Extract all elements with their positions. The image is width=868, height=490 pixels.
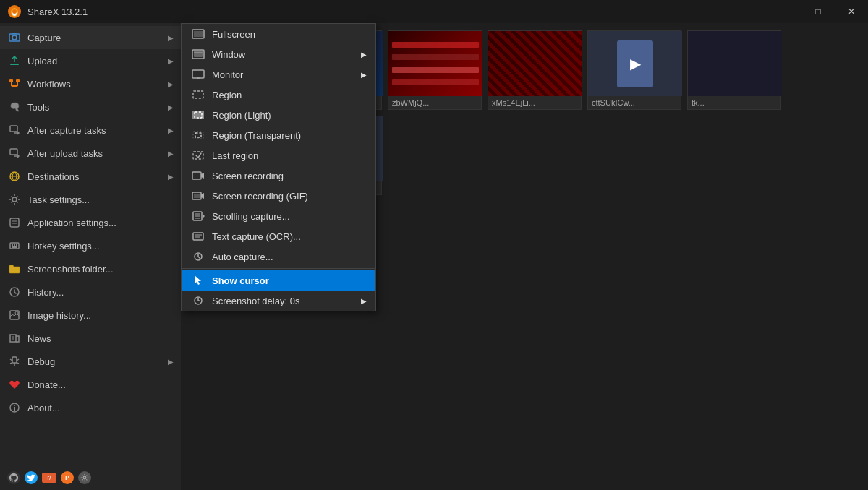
about-label: About... [27, 403, 60, 413]
capture-label: Capture [27, 33, 61, 43]
fullscreen-label: Fullscreen [212, 29, 255, 40]
sidebar-item-hotkey-settings[interactable]: Hotkey settings... [0, 234, 181, 257]
sidebar-item-workflows[interactable]: Workflows ▶ [0, 72, 181, 95]
label-5: cttSUkICw... [588, 96, 681, 109]
menu-item-region[interactable]: Region [182, 85, 375, 105]
svg-point-19 [12, 197, 17, 202]
sidebar-item-task-settings[interactable]: Task settings... [0, 188, 181, 211]
svg-rect-6 [12, 33, 17, 34]
thumb-4 [488, 31, 582, 96]
sidebar-item-destinations[interactable]: Destinations ▶ [0, 165, 181, 188]
menu-item-window[interactable]: Window ▶ [182, 44, 375, 64]
label-4: xMs14EjLi... [488, 96, 581, 109]
menu-item-screenshot-delay[interactable]: Screenshot delay: 0s ▶ [182, 291, 375, 311]
menu-item-screen-recording[interactable]: Screen recording [182, 166, 375, 186]
svg-rect-34 [12, 357, 17, 363]
screen-recording-gif-label: Screen recording (GIF) [212, 191, 308, 202]
twitter-icon[interactable] [25, 471, 38, 484]
sidebar-item-donate[interactable]: Donate... [0, 373, 181, 396]
region-label: Region [212, 90, 242, 100]
svg-rect-26 [16, 244, 17, 246]
thumb-6 [688, 31, 782, 96]
svg-point-3 [12, 9, 17, 14]
menu-item-last-region[interactable]: Last region [182, 145, 375, 166]
last-region-menu-icon [190, 150, 206, 161]
label-6: tk... [688, 96, 780, 109]
sidebar-item-about[interactable]: About... [0, 396, 181, 419]
svg-rect-44 [192, 70, 204, 78]
sidebar-item-after-upload[interactable]: After upload tasks ▶ [0, 142, 181, 165]
menu-item-monitor[interactable]: Monitor ▶ [182, 64, 375, 85]
main-layout: Capture ▶ Upload ▶ [0, 23, 868, 490]
image-history-icon [7, 308, 22, 322]
sidebar-item-tools[interactable]: Tools ▶ [0, 95, 181, 119]
menu-item-show-cursor[interactable]: Show cursor [182, 270, 375, 291]
svg-rect-53 [192, 172, 201, 179]
sidebar-item-image-history[interactable]: Image history... [0, 304, 181, 327]
maximize-button[interactable]: □ [801, 0, 835, 23]
destinations-label: Destinations [27, 171, 80, 182]
menu-item-region-light[interactable]: Region (Light) [182, 105, 375, 125]
sidebar-item-app-settings[interactable]: Application settings... [0, 211, 181, 234]
sidebar-bottom-icons: r/ P [0, 465, 181, 490]
text-capture-menu-icon [190, 231, 206, 242]
app-settings-icon [7, 215, 22, 230]
about-icon [7, 400, 22, 415]
menu-item-auto-capture[interactable]: Auto capture... [182, 246, 375, 267]
donate-icon [7, 377, 22, 392]
cursor-menu-icon [190, 275, 206, 286]
sidebar-item-upload[interactable]: Upload ▶ [0, 49, 181, 72]
svg-rect-55 [194, 194, 200, 198]
menu-item-fullscreen[interactable]: Fullscreen [182, 24, 375, 44]
svg-point-38 [83, 476, 86, 479]
svg-rect-15 [10, 126, 17, 132]
svg-rect-40 [194, 31, 203, 37]
thumb-3 [388, 31, 482, 96]
workflows-arrow: ▶ [168, 80, 174, 88]
svg-point-5 [12, 35, 17, 40]
minimize-button[interactable]: — [768, 0, 801, 23]
app-settings-label: Application settings... [27, 218, 116, 228]
grid-item-5[interactable]: ▶ cttSUkICw... [587, 30, 681, 110]
destinations-arrow: ▶ [168, 173, 174, 181]
sidebar-item-screenshots-folder[interactable]: Screenshots folder... [0, 257, 181, 280]
donate-label: Donate... [27, 379, 66, 390]
grid-item-3[interactable]: zbWMjQ... [388, 30, 482, 110]
debug-icon [7, 354, 22, 369]
scrolling-capture-menu-icon [190, 210, 206, 222]
close-button[interactable]: ✕ [835, 0, 868, 23]
grid-item-6[interactable]: tk... [687, 30, 781, 110]
menu-divider [182, 268, 375, 269]
menu-item-text-capture[interactable]: Text capture (OCR)... [182, 226, 375, 246]
image-history-label: Image history... [27, 310, 91, 321]
sidebar-item-after-capture[interactable]: After capture tasks ▶ [0, 119, 181, 142]
sidebar-item-capture[interactable]: Capture ▶ [0, 26, 181, 49]
screen-recording-menu-icon [190, 170, 206, 181]
sidebar-item-debug[interactable]: Debug ▶ [0, 350, 181, 373]
sidebar-item-history[interactable]: History... [0, 280, 181, 304]
patreon-icon[interactable]: P [61, 471, 74, 484]
menu-item-screen-recording-gif[interactable]: Screen recording (GIF) [182, 186, 375, 206]
screen-recording-gif-menu-icon [190, 190, 206, 202]
news-icon [7, 331, 22, 345]
show-cursor-label: Show cursor [212, 275, 269, 286]
reddit-icon[interactable]: r/ [42, 473, 56, 483]
upload-label: Upload [27, 56, 57, 66]
sidebar-item-news[interactable]: News [0, 327, 181, 350]
workflows-label: Workflows [27, 79, 71, 90]
window-arrow: ▶ [361, 51, 367, 59]
github-icon[interactable] [7, 471, 20, 484]
svg-rect-20 [10, 218, 19, 227]
menu-item-scrolling-capture[interactable]: Scrolling capture... [182, 206, 375, 226]
tools-label: Tools [27, 102, 49, 113]
capture-arrow: ▶ [168, 34, 174, 42]
svg-rect-24 [12, 244, 13, 246]
menu-item-region-transparent[interactable]: Region (Transparent) [182, 125, 375, 145]
screenshots-folder-icon [7, 262, 22, 276]
svg-rect-16 [10, 149, 17, 155]
window-controls: — □ ✕ [768, 0, 868, 23]
grid-item-4[interactable]: xMs14EjLi... [488, 30, 582, 110]
settings-bottom-icon[interactable] [78, 471, 91, 484]
destinations-icon [7, 169, 22, 184]
label-3: zbWMjQ... [388, 96, 481, 109]
